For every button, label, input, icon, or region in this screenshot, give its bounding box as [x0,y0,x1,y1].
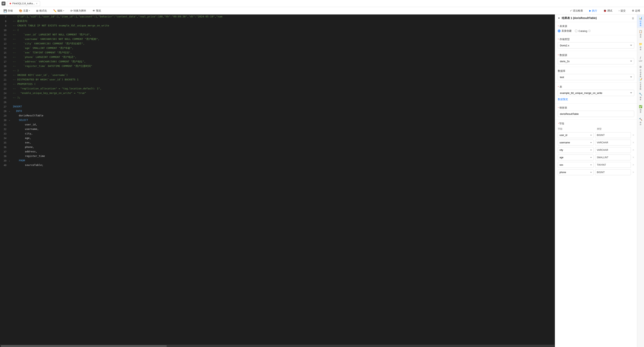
database-label: 数据库 [558,69,634,73]
collapse-icon[interactable]: ▼ [558,17,560,20]
sidebar-icon-dim[interactable]: 📁 维表 [637,40,644,53]
table-select-wrapper: example_tbl_unique_merge_on_write [558,90,634,96]
debug-icon: 🐞 [603,9,606,12]
fold-arrow[interactable]: ⌄ [9,118,12,122]
sidebar-icon-env[interactable]: ⚙ 环境参数 [637,65,644,78]
table-source-section: * 表来源 直接创建 Catalog ⓘ [555,22,637,35]
remove-field-button[interactable]: × [632,163,634,166]
sidebar-icon-operation[interactable]: 🔨 操作 [637,115,644,128]
edit-chevron: ▾ [63,10,64,12]
execute-button[interactable]: ▶ 执行 [588,8,599,13]
execute-icon: ▶ [589,9,591,12]
remove-field-button[interactable]: × [632,171,634,174]
delete-result-table-button[interactable]: 🗑 [632,17,634,20]
field-name-select[interactable]: sex [558,162,594,168]
format-button[interactable]: ⊞ 格式化 [35,8,48,13]
line-content: register_time [12,154,555,158]
field-name-select[interactable]: phone [558,169,594,175]
field-name-select[interactable]: user_id [558,132,594,138]
submit-button[interactable]: ↑ 提交 [617,8,628,13]
line-number: 9 [0,24,9,28]
operation-label: 操作 [640,122,642,126]
save-icon: 💾 [4,9,7,12]
field-name-select[interactable]: age [558,155,594,160]
source-catalog-radio[interactable] [575,30,578,32]
active-tab[interactable]: FlinkSQL116_kafka... × [7,1,40,6]
line-number: 18 [0,64,9,69]
preview-button[interactable]: 👁 预览 [91,8,102,13]
source-direct-option[interactable]: 直接创建 [558,29,572,33]
field-name-select[interactable]: username [558,140,594,146]
line-content: SELECT [12,118,555,122]
sidebar-icon-task[interactable]: 📝 任务参数 [637,78,644,90]
field-row: phone × [558,169,634,175]
table-select[interactable]: example_tbl_unique_merge_on_write [558,90,634,96]
code-content[interactable]: 7-- {"id":1,"uid":1,"user_id":1,"item_id… [0,15,555,345]
line-number: 32 [0,127,9,131]
field-type-input[interactable] [595,140,631,146]
code-line: 20-- UNIQUE KEY(`user_id`, `username`) [0,73,555,78]
remove-field-button[interactable]: × [632,148,634,152]
line-content: username, [12,127,555,131]
line-number: 33 [0,131,9,136]
remove-field-button[interactable]: × [632,156,634,159]
source-direct-radio[interactable] [558,30,560,32]
storage-select[interactable]: Doris2.x [558,42,634,49]
code-line: 32 username, [0,127,555,131]
syntax-check-icon: ✓ [570,9,572,12]
field-type-input[interactable] [595,147,631,153]
line-number: 24 [0,91,9,96]
line-number: 7 [0,15,9,19]
service-label: 服务 [640,96,642,101]
line-content: -- UNIQUE KEY(`user_id`, `username`) [12,73,555,77]
field-name-select[interactable]: city [558,147,594,153]
check-icon: ✅ [639,105,642,108]
source-catalog-option[interactable]: Catalog ⓘ [575,29,591,33]
operate-button[interactable]: ⚙ 运维 [630,8,642,13]
dim-table-icon: 📁 [639,42,642,46]
data-preview-link[interactable]: 数据预览 [558,98,568,101]
mapping-label: * 映射表 [558,106,634,110]
field-type-input[interactable] [595,169,631,175]
env-label: 环境参数 [640,69,642,78]
code-line: 24-- "enable_unique_key_merge_on_write" … [0,91,555,96]
convert-button[interactable]: ⟳ 转换为脚本 [69,8,88,13]
tab-close-button[interactable]: × [36,2,38,5]
line-content: -- 建表语句 [12,19,555,23]
line-content: -- DISTRIBUTED BY HASH(`user_id`) BUCKET… [12,78,555,82]
code-line: 11-- `user_id` LARGEINT NOT NULL COMMENT… [0,33,555,37]
code-line: 23-- "replication_allocation" = "tag.loc… [0,87,555,91]
database-select[interactable]: test [558,74,634,80]
source-label: 源表 [640,34,642,38]
datasource-select[interactable]: doris_2x [558,58,634,64]
fold-arrow[interactable]: ⌄ [9,109,12,113]
horizontal-scrollbar[interactable] [0,345,555,347]
line-content: phone, [12,145,555,149]
syntax-check-button[interactable]: ✓ 语法检查 [568,8,584,13]
remove-field-button[interactable]: × [632,141,634,144]
sidebar-icon-check[interactable]: ✅ 稽查 [637,103,644,115]
field-type-input[interactable] [595,162,631,168]
code-editor[interactable]: 7-- {"id":1,"uid":1,"user_id":1,"item_id… [0,15,555,347]
env-icon: ⚙ [639,65,642,69]
theme-button[interactable]: 🎨 主题 ▾ [18,8,31,13]
field-row: user_id × [558,132,634,138]
scroll-thumb[interactable] [1,345,167,346]
sidebar-icon-service[interactable]: 🔧 服务 [637,90,644,103]
field-type-input[interactable] [595,155,631,160]
field-type-input[interactable] [595,132,631,138]
fold-arrow[interactable]: ⌄ [9,158,12,163]
debug-button[interactable]: 🐞 调试 [602,8,614,13]
remove-field-button[interactable]: × [632,134,634,137]
sidebar-icon-source[interactable]: 📋 源表 [637,28,644,40]
mapping-input[interactable] [558,111,634,117]
sidebar-icon-udf[interactable]: ƒ UDF [637,53,644,65]
line-content: -- `sex` TINYINT COMMENT "用户性别", [12,51,555,55]
browser-top-bar: FlinkSQL116_kafka... × [0,0,644,7]
save-button[interactable]: 💾 存储 [2,8,14,13]
edit-button[interactable]: ✏️ 编辑 ▾ [52,8,65,13]
sidebar-icon-results[interactable]: 📊 结果表 [637,15,644,28]
field-row: age × [558,155,634,160]
toolbar: 💾 存储 🎨 主题 ▾ ⊞ 格式化 ✏️ 编辑 ▾ ⟳ 转换为脚本 👁 预览 ✓… [0,7,644,15]
storage-label: * 存储类型 [558,38,634,41]
